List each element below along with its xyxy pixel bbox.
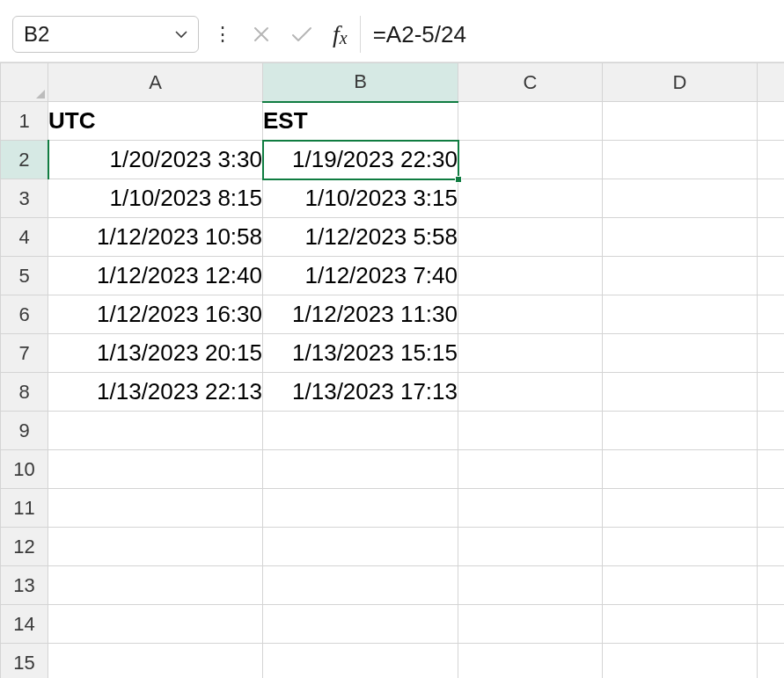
cell-E1[interactable] [758,102,785,141]
cell-A12[interactable] [48,528,263,566]
cell-C2[interactable] [458,141,603,179]
cell-B1[interactable]: EST [263,102,458,141]
sheet-table[interactable]: A B C D 1 UTC EST 2 1/20/2023 3:30 1/19/… [0,62,784,678]
cell-E11[interactable] [758,489,785,528]
col-header-B[interactable]: B [263,63,458,102]
cell-A2[interactable]: 1/20/2023 3:30 [48,141,263,179]
cell-C4[interactable] [458,218,603,257]
cell-D2[interactable] [603,141,758,179]
row-header[interactable]: 5 [1,257,48,295]
cell-C12[interactable] [458,528,603,566]
cell-A5[interactable]: 1/12/2023 12:40 [48,257,263,295]
cell-E9[interactable] [758,412,785,450]
row-header[interactable]: 9 [1,412,48,450]
cell-B12[interactable] [263,528,458,566]
row-header[interactable]: 12 [1,528,48,566]
cell-A6[interactable]: 1/12/2023 16:30 [48,295,263,334]
cell-C9[interactable] [458,412,603,450]
cell-A8[interactable]: 1/13/2023 22:13 [48,373,263,412]
cell-E13[interactable] [758,566,785,605]
cell-E12[interactable] [758,528,785,566]
chevron-down-icon[interactable] [173,26,189,42]
row-header[interactable]: 11 [1,489,48,528]
cell-B13[interactable] [263,566,458,605]
fx-icon[interactable]: fx [333,20,348,48]
row-header[interactable]: 15 [1,644,48,679]
cell-C8[interactable] [458,373,603,412]
cell-E8[interactable] [758,373,785,412]
row-header[interactable]: 14 [1,605,48,644]
cell-D12[interactable] [603,528,758,566]
cell-D9[interactable] [603,412,758,450]
row-header[interactable]: 13 [1,566,48,605]
cell-C3[interactable] [458,179,603,218]
cell-E14[interactable] [758,605,785,644]
cell-E3[interactable] [758,179,785,218]
cell-B5[interactable]: 1/12/2023 7:40 [263,257,458,295]
select-all-corner[interactable] [1,63,48,102]
row-header[interactable]: 6 [1,295,48,334]
cell-C15[interactable] [458,644,603,679]
cell-E7[interactable] [758,334,785,373]
cell-D3[interactable] [603,179,758,218]
cell-C6[interactable] [458,295,603,334]
cell-A3[interactable]: 1/10/2023 8:15 [48,179,263,218]
cell-A10[interactable] [48,450,263,489]
cell-E6[interactable] [758,295,785,334]
cell-A14[interactable] [48,605,263,644]
cell-A7[interactable]: 1/13/2023 20:15 [48,334,263,373]
cell-B7[interactable]: 1/13/2023 15:15 [263,334,458,373]
row-header[interactable]: 7 [1,334,48,373]
cell-E4[interactable] [758,218,785,257]
formula-input[interactable] [373,21,777,48]
cell-D11[interactable] [603,489,758,528]
col-header-A[interactable]: A [48,63,263,102]
row-header[interactable]: 3 [1,179,48,218]
col-header-D[interactable]: D [603,63,758,102]
cell-D1[interactable] [603,102,758,141]
cell-B3[interactable]: 1/10/2023 3:15 [263,179,458,218]
cell-B9[interactable] [263,412,458,450]
enter-icon[interactable] [290,25,313,44]
cell-D7[interactable] [603,334,758,373]
cell-E10[interactable] [758,450,785,489]
cell-A4[interactable]: 1/12/2023 10:58 [48,218,263,257]
cell-A15[interactable] [48,644,263,679]
cell-C1[interactable] [458,102,603,141]
cell-C14[interactable] [458,605,603,644]
cell-D14[interactable] [603,605,758,644]
col-header-C[interactable]: C [458,63,603,102]
cell-B14[interactable] [263,605,458,644]
cell-C13[interactable] [458,566,603,605]
cell-B15[interactable] [263,644,458,679]
row-header[interactable]: 10 [1,450,48,489]
name-box[interactable]: B2 [12,16,199,53]
cell-C10[interactable] [458,450,603,489]
row-header[interactable]: 2 [1,141,48,179]
spreadsheet-grid[interactable]: A B C D 1 UTC EST 2 1/20/2023 3:30 1/19/… [0,62,784,678]
row-header[interactable]: 4 [1,218,48,257]
more-options-icon[interactable]: ⋮ [211,25,234,44]
row-header[interactable]: 1 [1,102,48,141]
cell-E5[interactable] [758,257,785,295]
cell-B10[interactable] [263,450,458,489]
cell-B11[interactable] [263,489,458,528]
cell-A9[interactable] [48,412,263,450]
cell-E15[interactable] [758,644,785,679]
fill-handle[interactable] [455,176,462,183]
cell-B8[interactable]: 1/13/2023 17:13 [263,373,458,412]
cell-A1[interactable]: UTC [48,102,263,141]
cell-A11[interactable] [48,489,263,528]
cell-E2[interactable] [758,141,785,179]
cell-B2[interactable]: 1/19/2023 22:30 [263,141,458,179]
cell-D5[interactable] [603,257,758,295]
cell-D6[interactable] [603,295,758,334]
cell-D4[interactable] [603,218,758,257]
cell-D8[interactable] [603,373,758,412]
cell-D10[interactable] [603,450,758,489]
cell-A13[interactable] [48,566,263,605]
cell-C11[interactable] [458,489,603,528]
cell-B6[interactable]: 1/12/2023 11:30 [263,295,458,334]
row-header[interactable]: 8 [1,373,48,412]
cell-D15[interactable] [603,644,758,679]
